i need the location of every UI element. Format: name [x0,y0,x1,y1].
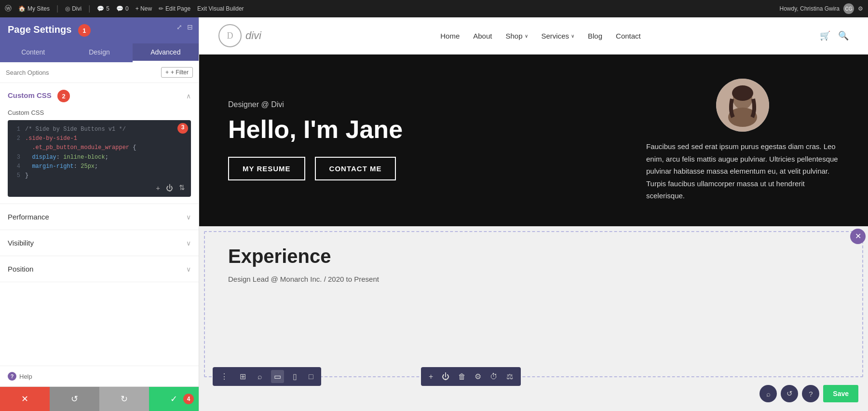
nav-about[interactable]: About [473,32,492,40]
nav-links: Home About Shop ∨ Services ∨ Blog Contac… [440,32,641,40]
code-power-btn[interactable]: ⏻ [166,183,173,192]
logo-text: divi [245,29,261,42]
divi-link[interactable]: ◎ Divi [65,5,81,12]
nav-contact[interactable]: Contact [616,32,641,40]
sidebar-tabs: Content Design Advanced [0,43,199,62]
sidebar-spacer [0,282,199,366]
custom-css-content: Custom CSS 3 1 /* Side by Side Buttons v… [0,109,199,204]
right-search-btn[interactable]: ⌕ [760,385,777,402]
new-link[interactable]: + New [136,5,152,12]
hero-avatar [716,79,769,132]
sidebar-header: ⤢ ⊟ Page Settings 1 [0,17,199,43]
divi-d-icon: D [227,31,233,41]
toolbar-menu-btn[interactable]: ⋮ [217,370,231,383]
toolbar-search-btn[interactable]: ⌕ [255,370,265,383]
code-sort-btn[interactable]: ⇅ [179,183,185,192]
cancel-button[interactable]: ✕ [0,387,50,411]
visibility-section[interactable]: Visibility ∨ [0,230,199,256]
code-line-1: 1 /* Side by Side Buttons v1 */ [13,125,186,134]
contact-me-button[interactable]: CONTACT ME [315,157,396,180]
logo-circle: D [218,24,242,47]
code-line-3: 3 display: inline-block; [13,153,186,162]
main-layout: ⤢ ⊟ Page Settings 1 Content Design Advan… [0,17,868,411]
chevron-down-shop-icon: ∨ [525,33,528,39]
custom-css-title: Custom CSS 2 [8,90,70,102]
cart-icon[interactable]: 🛒 [820,30,830,41]
experience-job: Design Lead @ Monarch Inc. / 2020 to Pre… [228,275,839,283]
expand-icon[interactable]: ⤢ [176,23,182,31]
nav-shop[interactable]: Shop ∨ [505,32,528,40]
toolbar-grid-btn[interactable]: ⊞ [237,370,249,383]
save-button[interactable]: Save [823,385,858,402]
custom-css-header[interactable]: Custom CSS 2 ∧ [0,83,199,109]
search-options-input[interactable] [6,69,157,76]
el-layout-btn[interactable]: ⚖ [504,370,515,383]
sidebar-title: Page Settings 1 [8,24,191,37]
tab-content[interactable]: Content [0,43,66,62]
el-settings-btn[interactable]: ⚙ [473,370,483,383]
admin-bar-right: Howdy, Christina Gwira CG ⚙ [780,3,863,14]
hero-right: Faucibus sed sed erat ipsum purus egesta… [646,79,839,202]
el-add-btn[interactable]: + [427,370,435,383]
chat-icon: 💬 [116,5,123,12]
redo-button[interactable]: ↻ [99,387,149,411]
comments-icon: 💬 [97,5,104,12]
custom-css-label: Custom CSS [8,109,191,116]
code-line-4: 4 margin-right: 25px; [13,162,186,171]
el-history-btn[interactable]: ⏱ [488,370,500,383]
code-editor[interactable]: 3 1 /* Side by Side Buttons v1 */ 2 .sid… [8,120,191,197]
sidebar-header-icons: ⤢ ⊟ [176,23,193,31]
wordpress-icon: ⓦ [5,4,12,13]
hero-desc: Faucibus sed sed erat ipsum purus egesta… [646,140,839,202]
nav-blog[interactable]: Blog [588,32,602,40]
code-line-2b: .et_pb_button_module_wrapper { [13,143,186,152]
edit-page-link[interactable]: ✏ Edit Page [159,5,190,12]
save-badge: 4 [183,394,194,404]
toolbar-desktop-btn[interactable]: ▭ [271,370,284,383]
tab-advanced[interactable]: Advanced [133,43,199,62]
toolbar-mobile-btn[interactable]: □ [306,370,316,383]
floating-toolbar: ⋮ ⊞ ⌕ ▭ ▯ □ [213,367,321,386]
el-power-btn[interactable]: ⏻ [440,370,451,383]
split-icon[interactable]: ⊟ [187,23,193,31]
right-actions: ⌕ ↺ ? Save [760,385,858,402]
save-check-button[interactable]: ✓ 4 [149,387,199,411]
performance-section[interactable]: Performance ∨ [0,204,199,230]
position-section[interactable]: Position ∨ [0,256,199,282]
chevron-down-icon-performance: ∨ [186,213,191,221]
toolbar-tablet-btn[interactable]: ▯ [290,370,300,383]
preview-area: D divi Home About Shop ∨ Services ∨ Blog… [199,17,868,411]
divi-icon: ◎ [65,5,70,12]
tab-design[interactable]: Design [66,43,132,62]
resume-button[interactable]: MY RESUME [228,157,305,180]
code-add-btn[interactable]: + [156,183,160,192]
help-link[interactable]: ? Help [0,366,199,386]
position-title: Position [8,265,33,273]
filter-button[interactable]: + + Filter [161,67,193,78]
search-nav-icon[interactable]: 🔍 [838,30,849,41]
chevron-down-icon-visibility: ∨ [186,239,191,247]
chat-link[interactable]: 💬 0 [116,5,129,12]
experience-title: Experience [228,246,839,267]
comments-link[interactable]: 💬 5 [97,5,109,12]
nav-logo: D divi [218,24,261,47]
my-sites-link[interactable]: 🏠 My Sites [18,5,50,12]
exit-builder-link[interactable]: Exit Visual Builder [197,5,244,12]
close-section-button[interactable]: ✕ [850,229,866,244]
website-nav: D divi Home About Shop ∨ Services ∨ Blog… [199,17,868,55]
el-delete-btn[interactable]: 🗑 [456,370,468,383]
code-badge: 3 [177,123,188,134]
chevron-down-services-icon: ∨ [571,33,574,39]
svg-point-3 [732,85,753,101]
nav-home[interactable]: Home [440,32,460,40]
right-help-btn[interactable]: ? [802,385,819,402]
step-badge-1: 1 [78,24,91,37]
nav-services[interactable]: Services ∨ [542,32,575,40]
right-history-btn[interactable]: ↺ [781,385,798,402]
sidebar-bottom: ✕ ↺ ↻ ✓ 4 [0,386,199,411]
settings-icon[interactable]: ⚙ [858,5,863,12]
search-options-bar: + + Filter [0,62,199,83]
undo-button[interactable]: ↺ [50,387,99,411]
hero-subtitle: Designer @ Divi [228,100,627,109]
wp-logo[interactable]: ⓦ [5,4,12,13]
